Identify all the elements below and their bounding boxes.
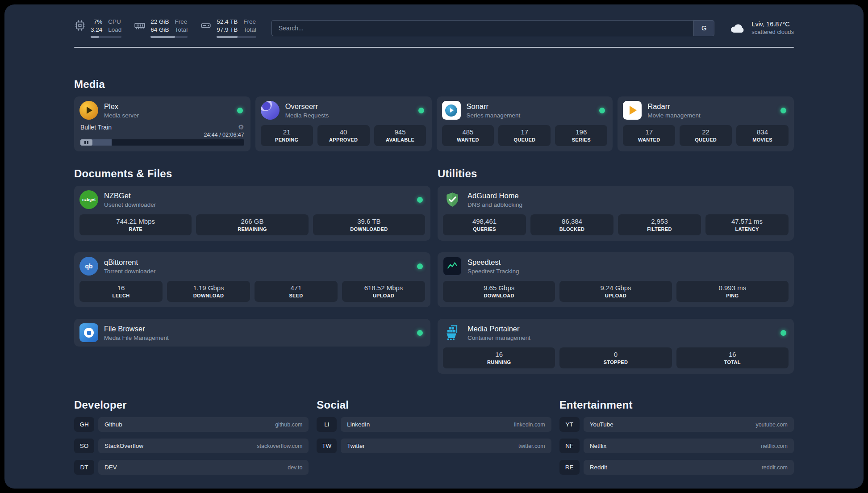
service-meta: Media Portainer Container management <box>467 325 530 341</box>
bookmark-twitter[interactable]: TW Twitter twitter.com <box>317 439 551 453</box>
bookmark-abbr: RE <box>559 460 580 475</box>
bookmark-link[interactable]: LinkedIn linkedin.com <box>341 417 551 432</box>
entertainment-section-title: Entertainment <box>559 399 794 411</box>
service-card-speedtest[interactable]: Speedtest Speedtest Tracking 9.65 Gbps D… <box>438 252 794 307</box>
service-name: Overseerr <box>285 102 329 111</box>
service-card-portainer[interactable]: Media Portainer Container management 16 … <box>438 319 794 374</box>
weather-location: Lviv, 16.87°C <box>751 21 794 28</box>
stat-available: 945 AVAILABLE <box>374 125 426 146</box>
memory-readout: 22 GiB Free 64 GiB Total <box>150 18 188 38</box>
service-stats: 21 PENDING 40 APPROVED 945 AVAILABLE <box>261 125 426 146</box>
bookmark-link[interactable]: StackOverflow stackoverflow.com <box>98 439 309 453</box>
bookmark-abbr: NF <box>559 439 580 453</box>
disk-total-label: Total <box>243 26 256 33</box>
bookmark-link[interactable]: Github github.com <box>98 417 309 432</box>
middle-sections: Documents & Files nzbget NZBGet Usenet d… <box>74 167 794 374</box>
service-desc: Media File Management <box>104 334 169 341</box>
cpu-icon <box>74 20 86 31</box>
header-divider <box>74 47 794 48</box>
adguard-icon <box>443 190 462 209</box>
service-meta: qBittorrent Torrent downloader <box>104 258 156 275</box>
bookmark-linkedin[interactable]: LI LinkedIn linkedin.com <box>317 417 551 432</box>
service-name: File Browser <box>104 325 169 333</box>
stat-pending: 21 PENDING <box>261 125 313 146</box>
bookmark-dev[interactable]: DT DEV dev.to <box>74 460 309 475</box>
search-provider-button[interactable]: G <box>693 20 714 36</box>
cpu-progress-fill <box>91 36 99 38</box>
bookmark-link[interactable]: DEV dev.to <box>98 460 309 475</box>
service-desc: DNS and adblocking <box>467 201 522 208</box>
nzbget-icon: nzbget <box>79 190 98 209</box>
stat-filtered: 2,953 FILTERED <box>618 214 701 235</box>
service-stats: 485 WANTED 17 QUEUED 196 SERIES <box>442 125 608 146</box>
bookmark-link[interactable]: Netflix netflix.com <box>584 439 794 453</box>
bookmark-abbr: YT <box>559 417 580 432</box>
cpu-usage-label: CPU <box>108 18 121 25</box>
service-desc: Torrent downloader <box>104 268 156 275</box>
weather-condition: scattered clouds <box>751 29 794 35</box>
service-card-radarr[interactable]: Radarr Movie management 17 WANTED 22 QUE… <box>618 96 794 151</box>
stat-latency: 47.571 ms LATENCY <box>705 214 789 235</box>
bookmark-reddit[interactable]: RE Reddit reddit.com <box>559 460 794 475</box>
sonarr-icon <box>442 101 461 120</box>
stat-seed: 471 SEED <box>255 281 338 302</box>
stat-queued: 17 QUEUED <box>498 125 551 146</box>
disk-total-value: 97.9 TB <box>217 26 238 33</box>
status-dot <box>417 263 423 269</box>
service-card-filebrowser[interactable]: File Browser Media File Management <box>74 319 430 347</box>
now-playing-title: Bullet Train <box>80 124 112 131</box>
overseerr-icon <box>261 101 280 120</box>
documents-section-title: Documents & Files <box>74 167 430 180</box>
memory-progress-fill <box>150 36 175 38</box>
top-bar: 7% CPU 3.24 Load <box>74 18 794 38</box>
status-dot <box>418 108 424 113</box>
cpu-progress-bar <box>91 36 121 38</box>
service-stats: 16 LEECH 1.19 Gbps DOWNLOAD 471 SEED <box>79 281 425 302</box>
service-card-adguard[interactable]: AdGuard Home DNS and adblocking 498,461 … <box>438 186 794 241</box>
search-input[interactable] <box>271 20 694 36</box>
service-card-nzbget[interactable]: nzbget NZBGet Usenet downloader 744.21 M… <box>74 186 430 241</box>
section-media: Media Plex Media server Bullet Tra <box>74 78 794 151</box>
playback-time: 24:44 / 02:06:47 <box>80 132 244 138</box>
service-stats: 9.65 Gbps DOWNLOAD 9.24 Gbps UPLOAD 0.99… <box>443 281 789 302</box>
service-meta: NZBGet Usenet downloader <box>104 192 156 208</box>
stat-wanted: 485 WANTED <box>442 125 494 146</box>
bookmarks-social: Social LI LinkedIn linkedin.com TW Twitt… <box>317 399 551 475</box>
stat-upload: 9.24 Gbps UPLOAD <box>559 281 672 302</box>
bookmark-link[interactable]: Reddit reddit.com <box>584 460 794 475</box>
stat-running: 16 RUNNING <box>443 347 555 368</box>
service-name: Radarr <box>647 102 701 111</box>
bookmark-github[interactable]: GH Github github.com <box>74 417 309 432</box>
bookmark-stackoverflow[interactable]: SO StackOverflow stackoverflow.com <box>74 439 309 453</box>
memory-progress-bar <box>150 36 188 38</box>
service-name: Plex <box>104 102 139 111</box>
stat-queued: 22 QUEUED <box>680 125 732 146</box>
service-card-sonarr[interactable]: Sonarr Series management 485 WANTED 17 Q… <box>437 96 613 151</box>
service-card-plex[interactable]: Plex Media server Bullet Train ⚙ 24:44 /… <box>74 96 250 151</box>
bookmark-link[interactable]: YouTube youtube.com <box>584 417 794 432</box>
disk-free-value: 52.4 TB <box>217 18 238 25</box>
section-utilities: Utilities <box>438 167 794 374</box>
stat-download: 9.65 Gbps DOWNLOAD <box>443 281 555 302</box>
now-playing-widget: Bullet Train ⚙ 24:44 / 02:06:47 <box>79 123 245 146</box>
bookmark-link[interactable]: Twitter twitter.com <box>341 439 551 453</box>
memory-icon <box>134 20 146 31</box>
service-desc: Container management <box>467 334 530 341</box>
status-dot <box>599 108 605 113</box>
bookmark-youtube[interactable]: YT YouTube youtube.com <box>559 417 794 432</box>
service-meta: Plex Media server <box>104 102 139 119</box>
qbittorrent-icon: qb <box>79 257 98 276</box>
service-name: NZBGet <box>104 192 156 200</box>
stat-series: 196 SERIES <box>555 125 607 146</box>
speedtest-icon <box>443 257 462 276</box>
memory-total-value: 64 GiB <box>150 26 169 33</box>
pause-button[interactable] <box>80 139 92 146</box>
bookmark-netflix[interactable]: NF Netflix netflix.com <box>559 439 794 453</box>
playback-progress-bar[interactable] <box>80 139 244 146</box>
status-dot <box>417 197 423 203</box>
service-desc: Media server <box>104 112 139 119</box>
settings-gear-icon[interactable]: ⚙ <box>238 123 244 131</box>
dashboard: 7% CPU 3.24 Load <box>4 4 864 489</box>
service-card-qbittorrent[interactable]: qb qBittorrent Torrent downloader 16 LEE… <box>74 252 430 307</box>
service-card-overseerr[interactable]: Overseerr Media Requests 21 PENDING 40 A… <box>255 96 432 151</box>
